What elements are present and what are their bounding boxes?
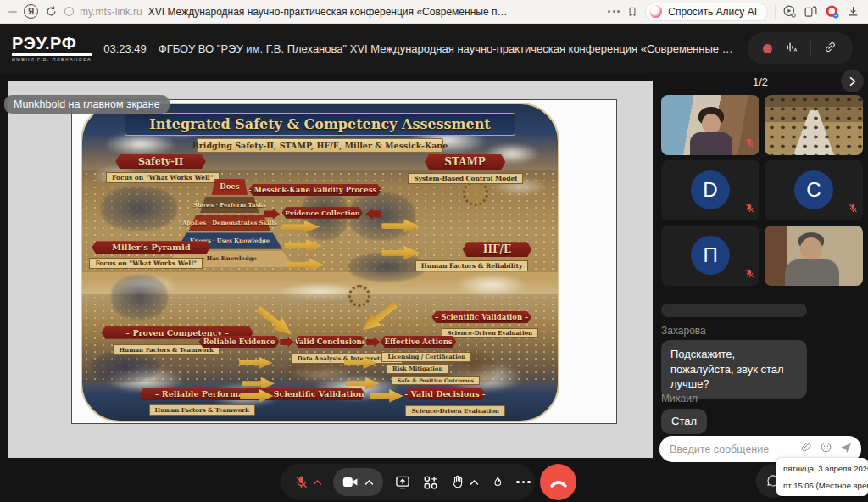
page-title-text: XVI Международная научно-практическая ко… — [148, 6, 513, 18]
browser-profile-icon[interactable]: Я — [24, 4, 38, 19]
recording-indicator-icon[interactable] — [763, 44, 772, 53]
browser-bar: Я my.mts-link.ru XVI Международная научн… — [0, 0, 868, 24]
conference-people — [765, 95, 863, 155]
participants-sidebar: 1/2 D C П Захарова — [653, 72, 868, 502]
emoji-icon[interactable] — [820, 441, 832, 457]
address-bar[interactable]: my.mts-link.ru XVI Международная научно-… — [64, 6, 601, 18]
reactions-button[interactable] — [490, 475, 505, 490]
avatar: П — [691, 236, 730, 275]
banner-scientific-validation-bottom: – Scientific Validation – — [272, 388, 364, 400]
reu-logo: РЭУ.РФ ИМЕНИ Г.В. ПЛЕХАНОВА — [12, 35, 92, 63]
reu-logo-subtitle: ИМЕНИ Г.В. ПЛЕХАНОВА — [12, 58, 92, 63]
banner-valid-decisions: – Valid Decisions – — [404, 388, 485, 400]
attach-file-icon[interactable] — [800, 441, 813, 457]
participant-face — [702, 114, 721, 134]
banner-hfe: HF/E — [463, 242, 531, 257]
slide-poster: Integrated Safety & Competency Assessmen… — [81, 103, 559, 422]
label-science-driven-right: Science-Driven Evaluation — [442, 328, 538, 338]
session-timer: 03:23:49 — [103, 42, 147, 55]
video-tile-participant-1[interactable] — [661, 95, 760, 155]
audio-levels-icon[interactable] — [784, 40, 798, 58]
banner-safety2: Safety-II — [115, 154, 206, 169]
miller-pyramid: Does Shows · Perform Tasks Applies · Dem… — [165, 179, 293, 267]
video-tile-participant-2[interactable] — [765, 226, 863, 286]
bookmark-icon[interactable] — [626, 6, 638, 18]
poster-illustration — [348, 253, 425, 282]
datetime-tooltip: пятница, 3 апреля 2026 г. пт 15:06 (Мест… — [776, 458, 868, 496]
banner-effective-actions: Effective Actions — [381, 336, 457, 348]
avatar: C — [794, 170, 833, 209]
end-call-button[interactable] — [540, 464, 576, 500]
call-controls-toolbar — [281, 464, 535, 500]
meeting-header: РЭУ.РФ ИМЕНИ Г.В. ПЛЕХАНОВА 03:23:49 ФГБ… — [0, 24, 868, 73]
pyramid-level-does: Does — [220, 182, 239, 191]
tab-groups-icon[interactable] — [804, 4, 818, 19]
microphone-muted-button[interactable] — [293, 474, 322, 490]
toolbar-separator — [775, 5, 776, 19]
label-reliable-performance-sub: Human Factors & Teamwork — [149, 404, 255, 416]
mic-muted-icon — [744, 137, 755, 152]
poster-illustration — [111, 275, 168, 319]
pyramid-level-has-knowledge: · Has Knowledge — [203, 255, 257, 262]
screen-share-button[interactable] — [394, 474, 411, 491]
banner-millers-pyramid: Miller's Pyramid — [92, 241, 210, 254]
pyramid-level-shows: Shows · Perform Tasks — [193, 202, 266, 209]
url-text: my.mts-link.ru — [80, 6, 142, 18]
audio-tile-participant-c[interactable]: C — [765, 160, 863, 220]
chat-message-clipped — [661, 304, 807, 317]
reload-icon[interactable] — [45, 5, 58, 18]
copy-link-icon[interactable] — [823, 40, 837, 58]
send-message-icon[interactable] — [839, 441, 853, 458]
slide-title: Integrated Safety & Competency Assessmen… — [125, 113, 515, 137]
participant-body — [785, 259, 839, 286]
camera-options-caret-icon — [364, 479, 374, 486]
video-tile-conference-room[interactable] — [765, 95, 863, 155]
more-options-button[interactable] — [516, 481, 531, 484]
pyramid-level-applies: Applies · Demonstrates Skills — [182, 220, 277, 226]
extension-badge-icon[interactable] — [825, 4, 840, 20]
mic-options-caret-icon — [313, 479, 322, 486]
site-badge-icon[interactable] — [64, 7, 74, 16]
banner-stamp: STAMP — [425, 154, 505, 170]
apps-button[interactable] — [422, 474, 439, 491]
audio-tile-participant-p[interactable]: П — [661, 226, 760, 286]
ask-alice-label: Спросить Алису AI — [668, 6, 757, 18]
presenter-badge: Munkhbold на главном экране — [4, 95, 170, 114]
chat-author: Захарова — [661, 325, 706, 337]
chat-message: Стал — [661, 409, 707, 434]
downloads-icon[interactable] — [847, 5, 860, 18]
avatar: D — [691, 170, 730, 209]
banner-evidence-collection: Evidence Collection — [282, 207, 363, 219]
address-more-icon[interactable] — [608, 10, 620, 13]
video-pagination: 1/2 — [653, 75, 868, 88]
participant-body — [690, 132, 732, 155]
audio-tile-participant-d[interactable]: D — [661, 160, 760, 220]
reu-logo-title: РЭУ.РФ — [12, 35, 92, 56]
label-licensing: Licensing / Certification — [381, 352, 471, 362]
meeting-title: ФГБОУ ВО "РЭУ им. Г.В. Плеханова" XVI Ме… — [159, 42, 736, 55]
camera-button[interactable] — [333, 468, 383, 496]
slide-subtitle: Bridging Safety-II, STAMP, HF/E, Miller … — [197, 138, 444, 153]
label-valid-decisions-sub: Science-Driven Evaluation — [405, 405, 504, 416]
ask-alice-button[interactable]: Спросить Алису AI — [645, 3, 768, 21]
banner-valid-conclusions: Valid Conclusions — [294, 336, 365, 348]
hand-options-caret-icon — [470, 479, 479, 486]
raise-hand-button[interactable] — [450, 474, 479, 490]
alice-logo-icon — [649, 5, 662, 18]
camera-icon — [342, 476, 359, 488]
chat-input[interactable] — [668, 443, 793, 456]
window-control-dash — [8, 11, 17, 13]
tooltip-date: пятница, 3 апреля 2026 г. — [783, 464, 861, 473]
mic-muted-icon — [744, 267, 755, 282]
banner-reliable-evidence: Reliable Evidence — [198, 336, 279, 348]
tooltip-local-time: пт 15:06 (Местное время) — [783, 481, 861, 490]
next-page-button[interactable] — [841, 70, 864, 92]
arrow-gold — [370, 388, 403, 404]
label-risk-mitigation: Risk Mitigation — [387, 364, 448, 374]
actions-separator — [810, 41, 811, 56]
header-actions — [748, 32, 853, 64]
participant-face — [800, 237, 822, 261]
label-safe-outcomes: Safe & Positive Outcomes — [392, 376, 481, 385]
video-player-icon[interactable] — [782, 4, 797, 19]
mic-muted-icon — [744, 202, 755, 217]
